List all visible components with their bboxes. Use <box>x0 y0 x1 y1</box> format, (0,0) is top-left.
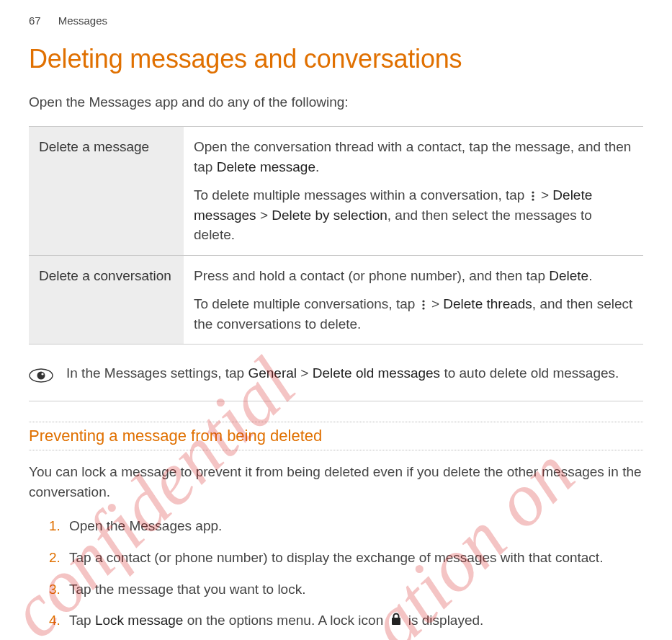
row-label: Delete a conversation <box>29 255 184 345</box>
text-span: Press and hold a contact (or phone numbe… <box>194 268 549 283</box>
step-item: Tap the message that you want to lock. <box>49 579 643 600</box>
lock-icon <box>390 611 402 631</box>
bold-text: Delete old messages <box>313 365 440 381</box>
step-item: Open the Messages app. <box>49 516 643 536</box>
svg-point-0 <box>532 191 534 193</box>
section-name: Messages <box>58 14 107 27</box>
bold-text: Delete message <box>217 159 315 174</box>
table-row: Delete a message Open the conversation t… <box>29 127 643 256</box>
text-span: . <box>588 268 592 283</box>
text-span: is displayed. <box>405 613 484 628</box>
subsection-header: Preventing a message from being deleted <box>29 422 643 450</box>
text-span: > <box>537 187 553 203</box>
svg-point-3 <box>422 301 424 303</box>
more-options-icon <box>421 299 426 311</box>
page-title: Deleting messages and conversations <box>29 44 643 74</box>
actions-table: Delete a message Open the conversation t… <box>29 126 643 345</box>
paragraph: You can lock a message to prevent it fro… <box>29 462 643 502</box>
bold-text: Delete threads <box>443 296 532 311</box>
svg-rect-9 <box>392 618 400 625</box>
row-description: Press and hold a contact (or phone numbe… <box>184 255 643 345</box>
intro-text: Open the Messages app and do any of the … <box>29 94 643 110</box>
svg-point-7 <box>37 372 45 380</box>
text-span: on the options menu. A lock icon <box>183 613 387 628</box>
step-item: Tap Lock message on the options menu. A … <box>49 610 643 631</box>
bold-text: Delete by selection <box>272 208 387 223</box>
bold-text: Lock message <box>95 613 184 628</box>
tip-callout: In the Messages settings, tap General > … <box>29 363 643 401</box>
svg-point-8 <box>41 373 43 375</box>
svg-point-5 <box>422 308 424 310</box>
bold-text: Delete <box>549 268 588 283</box>
tip-icon <box>29 366 53 388</box>
row-description: Open the conversation thread with a cont… <box>184 127 643 256</box>
table-row: Delete a conversation Press and hold a c… <box>29 255 643 345</box>
step-item: Tap a contact (or phone number) to displ… <box>49 548 643 568</box>
text-span: To delete multiple conversations, tap <box>194 296 419 311</box>
svg-point-2 <box>532 198 534 200</box>
page-number: 67 <box>29 14 41 27</box>
bold-text: General <box>248 365 297 381</box>
text-span: > <box>297 365 313 381</box>
more-options-icon <box>530 190 536 202</box>
text-span: To delete multiple messages within a con… <box>194 187 529 203</box>
row-label: Delete a message <box>29 127 184 256</box>
page-header: 67 Messages <box>29 14 643 27</box>
text-span: > <box>256 208 272 223</box>
tip-text: In the Messages settings, tap General > … <box>66 363 619 383</box>
svg-point-1 <box>532 195 534 197</box>
subsection-title: Preventing a message from being deleted <box>29 427 643 445</box>
text-span: In the Messages settings, tap <box>66 365 248 381</box>
svg-point-4 <box>422 304 424 306</box>
text-span: > <box>428 296 444 311</box>
text-span: to auto delete old messages. <box>440 365 619 381</box>
text-span: . <box>315 159 319 174</box>
steps-list: Open the Messages app. Tap a contact (or… <box>49 516 643 631</box>
text-span: Tap <box>69 613 95 628</box>
